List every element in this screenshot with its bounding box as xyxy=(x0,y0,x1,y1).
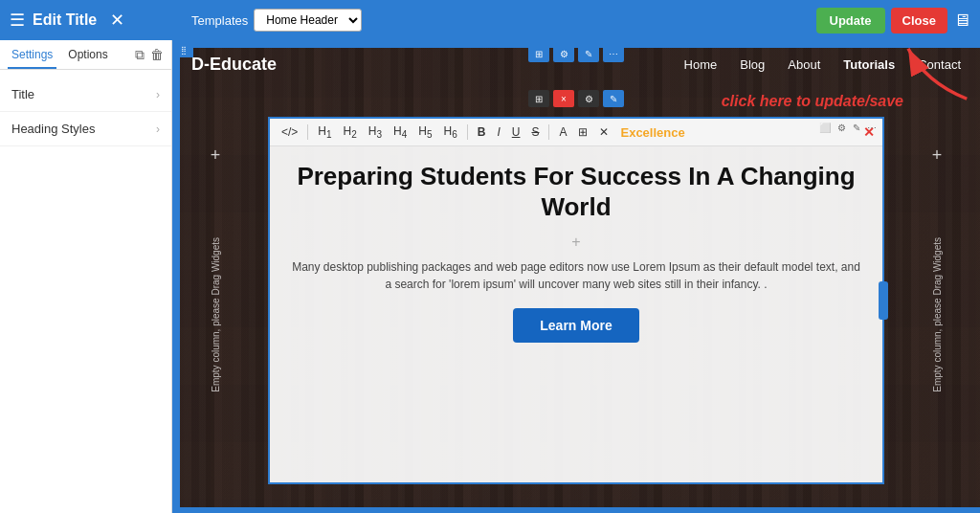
nav-links: Home Blog About Tutorials Contact xyxy=(684,57,961,72)
top-bar-right: Update Close 🖥 xyxy=(816,8,970,33)
toolbar-h1-btn[interactable]: H1 xyxy=(314,123,335,142)
corner-icon-2[interactable]: ⚙ xyxy=(835,122,848,134)
right-empty-col-text: Empty column, please Drag Widgets xyxy=(932,237,943,392)
toolbar-sep-1 xyxy=(307,124,308,140)
chevron-right-icon-2: › xyxy=(156,123,160,136)
canvas-second-icons: ⊞ × ⚙ ✎ xyxy=(528,90,624,107)
toolbar-italic-btn[interactable]: I xyxy=(493,123,503,141)
toolbar-h5-btn[interactable]: H5 xyxy=(414,123,435,142)
nav-link-tutorials[interactable]: Tutorials xyxy=(843,57,895,72)
panel-tabs: Settings Options ⧉ 🗑 xyxy=(0,40,171,70)
top-bar-left: ☰ Edit Title ✕ xyxy=(10,8,182,33)
top-bar: ☰ Edit Title ✕ Templates Home Header Hom… xyxy=(0,0,980,40)
templates-select[interactable]: Home Header Home Footer xyxy=(254,9,362,32)
second-icon-4[interactable]: ✎ xyxy=(603,90,624,107)
left-empty-col-text: Empty column, please Drag Widgets xyxy=(211,237,221,392)
left-panel: Settings Options ⧉ 🗑 Title › Heading Sty… xyxy=(0,40,172,513)
top-ruler xyxy=(172,40,980,48)
chevron-right-icon: › xyxy=(156,88,160,101)
second-icon-1[interactable]: ⊞ xyxy=(528,90,549,107)
toolbar-h4-btn[interactable]: H4 xyxy=(390,123,411,142)
corner-icon-1[interactable]: ⬜ xyxy=(817,122,833,134)
nav-link-about[interactable]: About xyxy=(788,57,820,72)
toolbar-grid-btn[interactable]: ⊞ xyxy=(574,123,591,141)
panel-item-heading-styles[interactable]: Heading Styles › xyxy=(0,112,171,146)
toolbar-h2-btn[interactable]: H2 xyxy=(340,123,361,142)
trash-icon[interactable]: 🗑 xyxy=(150,47,164,62)
tab-options[interactable]: Options xyxy=(64,44,111,69)
monitor-icon[interactable]: 🖥 xyxy=(953,11,970,31)
canvas-area: ⣿ D-Educate ⊞ ⚙ ✎ ⋯ Home Blog About Tuto… xyxy=(172,40,980,513)
hamburger-icon[interactable]: ☰ xyxy=(10,10,25,31)
plus-icon-right: + xyxy=(932,145,943,166)
close-panel-button[interactable]: ✕ xyxy=(104,8,130,33)
plus-icon-left: + xyxy=(211,145,221,166)
top-bar-center: Templates Home Header Home Footer xyxy=(191,9,807,32)
excellence-toolbar-label: Excellence xyxy=(620,125,684,140)
templates-label: Templates xyxy=(191,13,248,28)
panel-title: Edit Title xyxy=(33,11,97,29)
panel-item-heading-styles-label: Heading Styles xyxy=(11,122,95,136)
editor-content: Preparing Students For Success In A Chan… xyxy=(270,146,882,357)
toolbar-h6-btn[interactable]: H6 xyxy=(440,123,461,142)
left-ruler xyxy=(172,40,180,513)
toolbar-underline-btn[interactable]: U xyxy=(508,123,524,141)
second-icon-2[interactable]: × xyxy=(553,90,574,107)
bottom-ruler xyxy=(172,507,980,513)
heading-text[interactable]: Preparing Students For Success In A Chan… xyxy=(289,162,863,221)
toolbar-eraser-btn[interactable]: ✕ xyxy=(595,123,612,141)
learn-more-button[interactable]: Learn More xyxy=(513,308,638,343)
toolbar-strike-btn[interactable]: S xyxy=(527,123,543,141)
right-empty-column: + Empty column, please Drag Widgets xyxy=(913,136,961,494)
close-button[interactable]: Close xyxy=(891,8,947,33)
toolbar-sep-3 xyxy=(548,124,549,140)
nav-link-home[interactable]: Home xyxy=(684,57,718,72)
plus-center: + xyxy=(289,234,863,251)
body-text: Many desktop publishing packages and web… xyxy=(289,258,863,293)
toolbar-sep-2 xyxy=(467,124,468,140)
left-empty-column: + Empty column, please Drag Widgets xyxy=(191,136,239,494)
toolbar-color-btn[interactable]: A xyxy=(555,123,570,141)
nav-link-contact[interactable]: Contact xyxy=(918,57,961,72)
toolbar-code-btn[interactable]: </> xyxy=(278,123,301,141)
tab-settings[interactable]: Settings xyxy=(8,44,56,69)
update-button[interactable]: Update xyxy=(816,8,885,33)
toolbar-h3-btn[interactable]: H3 xyxy=(365,123,386,142)
copy-icon[interactable]: ⧉ xyxy=(135,47,145,63)
toolbar-bold-btn[interactable]: B xyxy=(474,123,490,141)
panel-items: Title › Heading Styles › xyxy=(0,70,171,154)
editor-box: </> H1 H2 H3 H4 H5 H6 B I U S A ⊞ ✕ Exce… xyxy=(268,117,884,484)
corner-icon-3[interactable]: ✎ xyxy=(851,122,862,134)
second-icon-3[interactable]: ⚙ xyxy=(578,90,599,107)
right-resize-handle[interactable] xyxy=(879,281,888,320)
corner-icon-4[interactable]: ⋯ xyxy=(865,122,879,134)
main-layout: Settings Options ⧉ 🗑 Title › Heading Sty… xyxy=(0,40,980,513)
nav-link-blog[interactable]: Blog xyxy=(740,57,765,72)
indicator-dots: ⣿ xyxy=(181,46,187,55)
canvas-indicator[interactable]: ⣿ xyxy=(174,42,193,57)
panel-item-title-label: Title xyxy=(11,87,34,101)
editor-toolbar: </> H1 H2 H3 H4 H5 H6 B I U S A ⊞ ✕ Exce… xyxy=(270,119,882,146)
panel-item-title[interactable]: Title › xyxy=(0,78,171,112)
editor-corner-icons: ⬜ ⚙ ✎ ⋯ xyxy=(817,122,879,134)
